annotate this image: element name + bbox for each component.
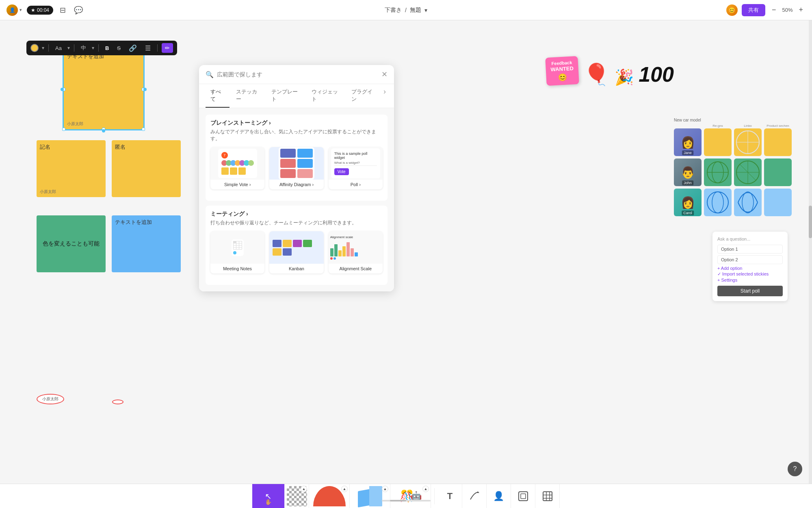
poll-settings[interactable]: + Settings: [717, 278, 783, 282]
size-button[interactable]: 中: [78, 43, 89, 52]
tpl-jane-col3[interactable]: [764, 128, 792, 156]
tpl-john-col1[interactable]: [704, 158, 732, 186]
connect-left[interactable]: [61, 88, 64, 91]
aff-card-3: [280, 169, 296, 178]
right-scrollbar[interactable]: [809, 20, 812, 484]
poll-preview-btn[interactable]: Vote: [334, 168, 349, 175]
topbar-left: 👤 ▾ ★ 00:04 ⊟ 💬: [6, 4, 84, 16]
tab-sticker[interactable]: ステッカー: [231, 84, 265, 108]
template-card-kanban[interactable]: Kanban: [269, 231, 323, 274]
user-menu[interactable]: 👤 ▾: [6, 4, 22, 16]
connect-bottom[interactable]: [102, 129, 105, 132]
sticky-blue[interactable]: テキストを追加: [112, 215, 181, 272]
poll-divider: [334, 165, 377, 166]
strikethrough-button[interactable]: S: [115, 44, 123, 52]
pen-button[interactable]: ✏: [162, 43, 173, 53]
expand-arrow-3[interactable]: ▲: [382, 486, 388, 492]
template-card-meeting[interactable]: Meeting Notes: [210, 231, 264, 274]
tpl-carol-col3[interactable]: [764, 189, 792, 216]
tab-all[interactable]: すべて: [206, 84, 230, 108]
search-content: ブレインストーミング › みんなでアイデアを出し合い、気に入ったアイデアに投票す…: [199, 108, 394, 291]
connect-right[interactable]: [143, 88, 147, 91]
color-picker[interactable]: [30, 44, 39, 52]
blue-shape-tool[interactable]: ▲: [350, 484, 390, 508]
vote-sticky-1: [221, 167, 229, 175]
meeting-title[interactable]: ミーティング ›: [210, 211, 383, 218]
expand-arrow-2[interactable]: ▲: [341, 486, 348, 492]
expand-arrow-1[interactable]: ▲: [301, 486, 307, 492]
tpl-john-col2[interactable]: [734, 158, 762, 186]
template-card-alignment[interactable]: Alignment scale: [329, 231, 383, 274]
color-dropdown[interactable]: ▾: [42, 45, 44, 51]
template-card-poll[interactable]: This is a sample poll widget What is a w…: [329, 147, 383, 189]
name-oval-text-named: 小原太郎: [42, 397, 58, 401]
search-close-button[interactable]: ✕: [381, 70, 388, 79]
tpl-john-photo[interactable]: 👨 John: [674, 158, 702, 186]
help-button[interactable]: ?: [788, 462, 802, 476]
red-shape-tool[interactable]: ▲: [309, 484, 350, 508]
handle-bl[interactable]: [62, 128, 65, 131]
text-tool[interactable]: T: [438, 484, 462, 508]
checkerboard-tool[interactable]: ▲: [285, 484, 309, 508]
divider-3: [98, 44, 99, 52]
poll-add-option[interactable]: + Add option: [717, 266, 783, 271]
sticky-anon[interactable]: 匿名: [112, 140, 181, 197]
tpl-john-col2-svg: [734, 158, 762, 186]
scrollbar-thumb[interactable]: [809, 206, 812, 238]
sticker-tool[interactable]: 🎊 🤖 ▲: [390, 484, 431, 508]
template-card-affinity[interactable]: Affinity Diagram ›: [269, 147, 323, 189]
sticky-named[interactable]: 記名 小原太郎: [37, 140, 106, 197]
tpl-jane-col1[interactable]: [704, 128, 732, 156]
table-tool[interactable]: [535, 484, 560, 508]
sticky-green[interactable]: 色を変えることも可能: [37, 215, 106, 272]
tpl-carol-col2[interactable]: [734, 189, 762, 216]
meeting-table: [233, 241, 242, 250]
expand-arrow-4[interactable]: ▲: [422, 486, 429, 492]
chat-icon[interactable]: 💬: [72, 4, 84, 16]
tpl-jane-col2-svg: [734, 128, 762, 156]
tab-widget[interactable]: ウィジェット: [307, 84, 345, 108]
font-button[interactable]: Aa: [53, 44, 64, 52]
handle-br[interactable]: [142, 128, 145, 131]
zoom-in-button[interactable]: +: [796, 5, 806, 15]
mt-cell-11: [236, 247, 239, 249]
tpl-john-col3[interactable]: [764, 158, 792, 186]
poll-start-button[interactable]: Start poll: [717, 286, 783, 296]
tab-plugin[interactable]: プラグイン: [346, 84, 380, 108]
hand-icon-secondary: ✋: [265, 499, 272, 505]
mt-cell-12: [239, 247, 242, 249]
poll-import[interactable]: ✓ Import selected stickies: [717, 271, 783, 277]
tabs-more[interactable]: ›: [382, 84, 388, 108]
cursor-tool[interactable]: ↖ ✋: [252, 484, 285, 508]
size-dropdown[interactable]: ▾: [92, 45, 94, 51]
tab-template[interactable]: テンプレート: [266, 84, 305, 108]
tpl-carol-photo[interactable]: 👩 Carol: [674, 189, 702, 216]
divider-4: [157, 44, 158, 52]
poll-panel: Ask a question... Option 1 Option 2 + Ad…: [712, 232, 788, 301]
breadcrumb-title[interactable]: 無題: [410, 7, 421, 14]
main-sticky[interactable]: テキストを追加 小原太郎: [63, 49, 144, 130]
bold-button[interactable]: B: [103, 44, 111, 52]
tpl-jane-col2[interactable]: [734, 128, 762, 156]
party-emoji: 🎉: [615, 69, 634, 85]
frame-tool[interactable]: [511, 484, 535, 508]
font-dropdown[interactable]: ▾: [67, 45, 70, 51]
search-input[interactable]: [217, 71, 378, 78]
share-button[interactable]: 共有: [742, 4, 765, 16]
balloon-emoji: 🎈: [583, 64, 610, 85]
carol-label: Carol: [682, 211, 694, 215]
template-card-simplevote[interactable]: 7: [210, 147, 264, 189]
tpl-carol-col1[interactable]: [704, 189, 732, 216]
jane-label: Jane: [682, 150, 693, 155]
zoom-out-button[interactable]: −: [769, 5, 779, 15]
brainstorm-title[interactable]: ブレインストーミング ›: [210, 119, 383, 127]
list-button[interactable]: ☰: [143, 43, 153, 53]
aff-col-1: [280, 149, 296, 178]
person-tool[interactable]: 👤: [487, 484, 511, 508]
breadcrumb-dropdown[interactable]: ▾: [424, 7, 427, 13]
user-avatar[interactable]: 😊: [726, 4, 738, 16]
connector-tool[interactable]: [462, 484, 487, 508]
view-toggle-icon[interactable]: ⊟: [58, 4, 67, 16]
link-button[interactable]: 🔗: [126, 43, 139, 53]
tpl-jane-photo[interactable]: 👩 Jane: [674, 128, 702, 156]
